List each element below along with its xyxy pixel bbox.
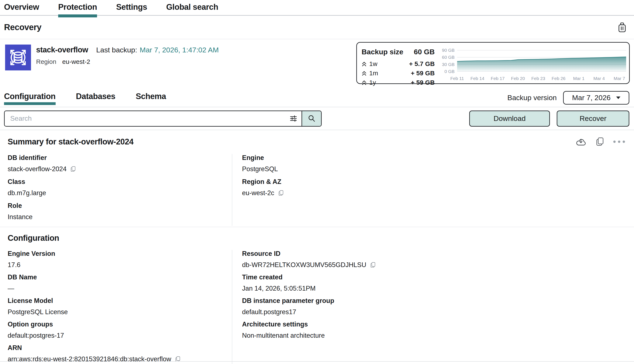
field-engine: Engine PostgreSQL [242, 154, 626, 173]
field-engine-version: Engine Version 17.6 [8, 250, 232, 269]
search-input[interactable] [5, 111, 285, 126]
field-label: Architecture settings [242, 320, 626, 328]
tab-overview[interactable]: Overview [4, 2, 39, 15]
recover-button[interactable]: Recover [557, 110, 629, 127]
svg-text:30 GB: 30 GB [442, 62, 455, 67]
configuration-section: Configuration Engine Version 17.6 DB Nam… [0, 227, 634, 364]
field-label: Engine Version [8, 250, 232, 258]
copy-icon[interactable] [70, 166, 76, 173]
svg-text:Mar 1: Mar 1 [573, 76, 585, 81]
bottom-divider [0, 361, 634, 362]
search-button[interactable] [301, 111, 321, 126]
filter-sliders-icon [290, 115, 297, 122]
svg-text:Feb 17: Feb 17 [491, 76, 505, 81]
copy-icon [595, 136, 605, 147]
more-actions-button[interactable] [613, 140, 625, 143]
field-arn: ARN arn:aws:rds:eu-west-2:820153921846:d… [8, 344, 232, 363]
chevron-double-up-icon [362, 80, 367, 85]
field-label: Role [8, 202, 232, 210]
field-architecture-settings: Architecture settings Non-multitenant ar… [242, 320, 626, 340]
delete-button[interactable] [617, 22, 627, 33]
field-time-created: Time created Jan 14, 2026, 5:05:51PM [242, 274, 626, 292]
field-role: Role Instance [8, 202, 232, 221]
field-label: Region & AZ [242, 178, 626, 186]
field-value: db.m7g.large [8, 189, 46, 197]
field-value: 17.6 [8, 261, 20, 269]
field-db-identifier: DB identifier stack-overflow-2024 [8, 154, 232, 173]
region-value: eu-west-2 [62, 58, 90, 65]
summary-title: Summary for stack-overflow-2024 [8, 137, 134, 146]
page-title: Recovery [4, 22, 41, 32]
field-value: Jan 14, 2026, 5:05:51PM [242, 285, 315, 292]
svg-text:90 GB: 90 GB [442, 48, 455, 52]
instance-summary-row: stack-overflow Last backup: Mar 7, 2026,… [0, 39, 634, 89]
field-label: License Model [8, 297, 232, 304]
svg-text:Mar 4: Mar 4 [593, 76, 605, 81]
instance-name: stack-overflow [36, 46, 88, 54]
field-label: Engine [242, 154, 626, 162]
last-backup-value: Mar 7, 2026, 1:47:02 AM [140, 46, 219, 54]
delta-period-label: 1w [369, 60, 377, 68]
download-button[interactable]: Download [469, 110, 550, 127]
configuration-title: Configuration [8, 234, 59, 243]
search-box [4, 110, 322, 127]
backup-size-stats: Backup size 60 GB 1w + 5.7 GB 1m + 59 GB [362, 47, 435, 81]
backup-version-value: Mar 7, 2026 [572, 94, 610, 102]
delta-value: + 59 GB [411, 70, 435, 77]
svg-text:Feb 20: Feb 20 [511, 76, 525, 81]
tab-schema[interactable]: Schema [136, 88, 166, 107]
field-value: PostgreSQL License [8, 308, 68, 316]
field-db-instance-parameter-group: DB instance parameter group default.post… [242, 297, 626, 316]
field-value: — [8, 285, 14, 292]
svg-text:Feb 26: Feb 26 [552, 76, 565, 81]
delta-period-label: 1m [369, 70, 378, 77]
backup-chart: 0 GB30 GB60 GB90 GBFeb 11Feb 14Feb 17Feb… [439, 47, 627, 83]
chevron-down-icon [616, 96, 620, 99]
tab-settings[interactable]: Settings [116, 2, 147, 15]
backup-size-total: 60 GB [414, 48, 435, 56]
backup-delta-row: 1m + 59 GB [362, 70, 435, 77]
backup-size-panel: Backup size 60 GB 1w + 5.7 GB 1m + 59 GB [356, 42, 630, 84]
search-row: Download Recover [0, 107, 634, 130]
search-icon [308, 114, 316, 122]
page-header: Recovery [0, 16, 634, 39]
tab-global-search[interactable]: Global search [166, 2, 218, 15]
field-label: ARN [8, 344, 232, 352]
field-label: Class [8, 178, 232, 186]
tab-protection[interactable]: Protection [58, 2, 97, 15]
export-button[interactable] [575, 138, 586, 146]
delta-period-label: 1y [369, 79, 376, 86]
svg-text:Feb 23: Feb 23 [531, 76, 545, 81]
field-region-az: Region & AZ eu-west-2c [242, 178, 626, 197]
field-class: Class db.m7g.large [8, 178, 232, 197]
field-value: arn:aws:rds:eu-west-2:820153921846:db:st… [8, 355, 171, 363]
svg-text:Mar 7: Mar 7 [614, 76, 625, 81]
field-value: stack-overflow-2024 [8, 165, 67, 173]
field-value: eu-west-2c [242, 189, 274, 197]
field-option-groups: Option groups default:postgres-17 [8, 320, 232, 340]
svg-text:Feb 11: Feb 11 [450, 76, 464, 81]
backup-delta-row: 1w + 5.7 GB [362, 60, 435, 68]
region-label: Region [36, 58, 56, 65]
trash-icon [617, 22, 627, 33]
field-value: Instance [8, 213, 33, 221]
field-value: PostgreSQL [242, 165, 278, 173]
summary-section: Summary for stack-overflow-2024 D [0, 130, 634, 227]
instance-meta: stack-overflow Last backup: Mar 7, 2026,… [36, 44, 219, 89]
field-value: default.postgres17 [242, 308, 296, 316]
field-label: Resource ID [242, 250, 626, 258]
backup-size-label: Backup size [362, 48, 403, 56]
tab-configuration[interactable]: Configuration [4, 88, 56, 107]
filter-button[interactable] [285, 111, 301, 126]
top-navigation: Overview Protection Settings Global sear… [0, 0, 634, 16]
field-label: DB Name [8, 274, 232, 281]
backup-version-dropdown[interactable]: Mar 7, 2026 [563, 91, 629, 104]
delta-value: + 5.7 GB [409, 60, 435, 68]
copy-summary-button[interactable] [595, 136, 605, 147]
field-label: Option groups [8, 320, 232, 328]
svg-text:60 GB: 60 GB [442, 55, 455, 60]
copy-icon[interactable] [370, 261, 376, 268]
tab-databases[interactable]: Databases [76, 88, 116, 107]
field-value: Non-multitenant architecture [242, 332, 325, 340]
copy-icon[interactable] [278, 190, 284, 197]
